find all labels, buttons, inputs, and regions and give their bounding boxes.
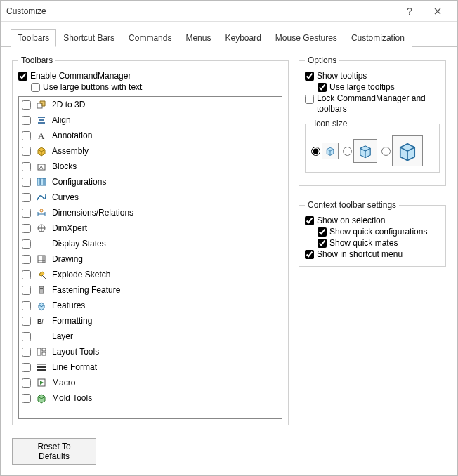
lock-commandmanager-checkbox[interactable] [305, 95, 314, 104]
tab-toolbars[interactable]: Toolbars [11, 29, 56, 47]
show-quick-mates-label[interactable]: Show quick mates [329, 238, 398, 248]
show-tooltips-checkbox[interactable] [305, 72, 314, 81]
toolbar-item[interactable]: Align [19, 112, 282, 128]
toolbar-item[interactable]: Drawing [19, 251, 282, 267]
toolbar-item[interactable]: Curves [19, 190, 282, 205]
show-quick-configurations-label[interactable]: Show quick configurations [329, 227, 427, 237]
use-large-buttons-checkbox[interactable] [31, 83, 40, 92]
toolbar-item-checkbox[interactable] [22, 301, 31, 310]
explode-icon [35, 268, 48, 281]
icon-size-medium-preview[interactable] [353, 139, 377, 163]
align-icon [35, 114, 48, 126]
toolbar-item[interactable]: Line Format [19, 359, 282, 375]
reset-to-defaults-button[interactable]: Reset To Defaults [12, 438, 96, 465]
show-on-selection-label[interactable]: Show on selection [317, 216, 385, 225]
toolbar-item-label: Mold Tools [52, 393, 92, 403]
toolbar-item-checkbox[interactable] [22, 116, 31, 125]
blank-icon [35, 237, 48, 250]
toolbar-item-checkbox[interactable] [22, 270, 31, 279]
toolbar-item-checkbox[interactable] [22, 394, 31, 403]
toolbar-item[interactable]: Dimensions/Relations [19, 205, 282, 220]
svg-text:A: A [39, 164, 44, 171]
toolbar-item-checkbox[interactable] [22, 178, 31, 187]
tab-mouse-gestures[interactable]: Mouse Gestures [268, 29, 344, 47]
toolbar-item-checkbox[interactable] [22, 348, 31, 357]
svg-line-24 [41, 275, 46, 279]
use-large-tooltips-checkbox[interactable] [318, 83, 327, 92]
help-button[interactable]: ? [395, 1, 424, 21]
toolbar-item-checkbox[interactable] [22, 147, 31, 156]
blank-icon [35, 330, 48, 343]
toolbar-item[interactable]: Display States [19, 236, 282, 251]
assembly-icon [35, 145, 48, 157]
tab-customization[interactable]: Customization [344, 29, 412, 47]
enable-commandmanager-checkbox[interactable] [18, 72, 27, 81]
toolbar-item[interactable]: ABlocks [19, 159, 282, 174]
toolbar-item[interactable]: AAnnotation [19, 128, 282, 143]
tab-menus[interactable]: Menus [178, 29, 218, 47]
annotation-icon: A [35, 129, 48, 142]
icon-size-large-radio[interactable] [381, 147, 391, 156]
tab-bar: ToolbarsShortcut BarsCommandsMenusKeyboa… [1, 22, 457, 47]
show-in-shortcut-label[interactable]: Show in shortcut menu [317, 249, 403, 259]
toolbar-item-checkbox[interactable] [22, 255, 31, 264]
features-icon [35, 299, 48, 312]
toolbars-listbox[interactable]: 2D to 3DAlignAAnnotationAssemblyABlocksC… [18, 96, 282, 419]
toolbar-item[interactable]: Configurations [19, 174, 282, 190]
svg-rect-11 [41, 178, 44, 185]
svg-rect-25 [39, 286, 44, 293]
mold-icon [35, 392, 48, 404]
toolbar-item[interactable]: Fastening Feature [19, 282, 282, 298]
toolbar-item-checkbox[interactable] [22, 100, 31, 110]
use-large-tooltips-label[interactable]: Use large tooltips [329, 82, 395, 92]
toolbar-item[interactable]: Layout Tools [19, 344, 282, 359]
show-tooltips-label[interactable]: Show tooltips [317, 71, 367, 81]
toolbar-item[interactable]: Explode Sketch [19, 267, 282, 282]
toolbar-item-checkbox[interactable] [22, 286, 31, 295]
toolbar-item-label: Assembly [52, 146, 89, 156]
tab-shortcut-bars[interactable]: Shortcut Bars [56, 29, 122, 47]
toolbar-item-label: Drawing [52, 254, 83, 264]
tab-commands[interactable]: Commands [122, 29, 178, 47]
show-on-selection-checkbox[interactable] [305, 216, 314, 225]
icon-size-small-radio[interactable] [311, 147, 320, 156]
toolbar-item-checkbox[interactable] [22, 317, 31, 326]
toolbar-item-checkbox[interactable] [22, 224, 31, 233]
drawing-icon [35, 253, 48, 265]
toolbar-item-label: Layer [52, 331, 73, 341]
svg-rect-0 [37, 103, 42, 108]
lock-commandmanager-label[interactable]: Lock CommandManager and toolbars [317, 93, 440, 114]
toolbar-item-checkbox[interactable] [22, 239, 31, 249]
window-title: Customize [6, 6, 395, 16]
toolbar-item[interactable]: BIFormatting [19, 313, 282, 329]
toolbar-item-checkbox[interactable] [22, 131, 31, 140]
toolbar-item[interactable]: 2D to 3D [19, 97, 282, 112]
show-quick-mates-checkbox[interactable] [318, 239, 327, 248]
icon-size-medium-radio[interactable] [343, 147, 352, 156]
toolbar-item[interactable]: Features [19, 298, 282, 313]
toolbar-item-checkbox[interactable] [22, 209, 31, 218]
toolbar-item-checkbox[interactable] [22, 363, 31, 372]
titlebar: Customize ? [1, 1, 457, 22]
show-quick-configurations-checkbox[interactable] [318, 227, 327, 237]
toolbar-item-checkbox[interactable] [22, 332, 31, 341]
svg-rect-32 [42, 352, 46, 355]
toolbar-item[interactable]: Mold Tools [19, 390, 282, 406]
show-in-shortcut-checkbox[interactable] [305, 250, 314, 259]
use-large-buttons-label[interactable]: Use large buttons with text [43, 82, 142, 92]
toolbar-item[interactable]: Macro [19, 375, 282, 390]
dialog-button-bar: OK Cancel Help [1, 470, 457, 476]
toolbar-item-checkbox[interactable] [22, 162, 31, 171]
toolbar-item[interactable]: DimXpert [19, 220, 282, 236]
enable-commandmanager-label[interactable]: Enable CommandManager [30, 71, 131, 81]
fastening-icon [35, 284, 48, 296]
icon-size-small-preview[interactable] [322, 143, 339, 159]
toolbar-item-label: Explode Sketch [52, 270, 110, 279]
icon-size-large-preview[interactable] [392, 135, 423, 166]
close-button[interactable] [424, 1, 452, 21]
toolbar-item-checkbox[interactable] [22, 193, 31, 202]
toolbar-item-checkbox[interactable] [22, 378, 31, 388]
tab-keyboard[interactable]: Keyboard [218, 29, 268, 47]
toolbar-item[interactable]: Assembly [19, 143, 282, 159]
toolbar-item[interactable]: Layer [19, 329, 282, 344]
